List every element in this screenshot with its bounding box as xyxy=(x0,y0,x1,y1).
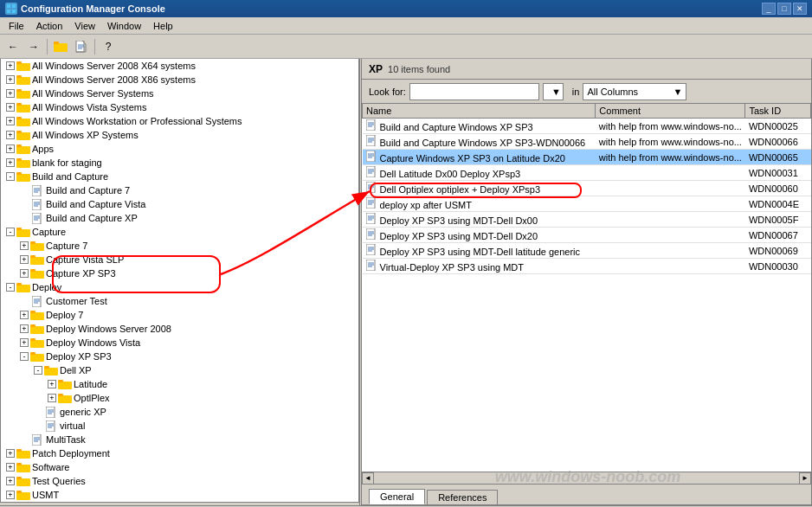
table-row[interactable]: Capture Windows XP SP3 on Latitude Dx20 … xyxy=(363,150,811,165)
tree-label: Apps xyxy=(32,144,54,154)
h-scroll-right[interactable]: ► xyxy=(799,472,811,485)
tree-expand[interactable]: + xyxy=(6,75,15,84)
tree-expand[interactable]: + xyxy=(6,89,15,98)
tree-item[interactable]: +Deploy Windows Vista xyxy=(1,336,358,350)
doc-button[interactable] xyxy=(72,37,91,56)
menu-view[interactable]: View xyxy=(69,19,100,33)
tree-item[interactable]: +All Windows Server Systems xyxy=(1,87,358,100)
col-comment[interactable]: Comment xyxy=(596,104,745,119)
tree-panel-inner[interactable]: +All Windows Server 2008 X64 systems+All… xyxy=(0,59,359,503)
close-button[interactable]: ✕ xyxy=(793,3,807,15)
tree-expand[interactable]: + xyxy=(6,117,15,125)
tree-item[interactable]: +Deploy 7 xyxy=(1,308,358,322)
table-row[interactable]: Deploy XP SP3 using MDT-Dell latitude ge… xyxy=(363,243,811,259)
col-taskid[interactable]: Task ID xyxy=(745,104,811,119)
tree-item[interactable]: Build and Capture XP xyxy=(1,211,358,225)
tree-expand[interactable]: + xyxy=(6,158,15,167)
tree-expand[interactable]: + xyxy=(6,103,15,112)
tree-item[interactable]: +Software xyxy=(1,460,358,474)
cell-comment xyxy=(596,228,745,243)
tree-expand[interactable]: + xyxy=(6,491,15,499)
tree-item[interactable]: +All Windows XP Systems xyxy=(1,128,358,142)
svg-rect-88 xyxy=(16,491,22,493)
tree-expand[interactable]: + xyxy=(48,380,56,388)
tree-expand[interactable]: + xyxy=(20,324,29,333)
tree-item[interactable]: +Latitude xyxy=(1,377,358,391)
tree-item[interactable]: +OptlPlex xyxy=(1,391,358,405)
columns-dropdown[interactable]: All Columns ▼ xyxy=(583,83,686,100)
table-row[interactable]: Build and Capture Windows XP SP3 with he… xyxy=(363,119,811,134)
tree-expand[interactable]: + xyxy=(20,241,29,250)
folder-icon xyxy=(16,157,30,169)
svg-rect-62 xyxy=(30,352,35,355)
minimize-button[interactable]: _ xyxy=(762,3,776,15)
tree-item[interactable]: generic XP xyxy=(1,405,358,419)
tree-expand[interactable]: + xyxy=(6,144,15,153)
tree-item[interactable]: MultiTask xyxy=(1,433,358,446)
tree-expand[interactable]: - xyxy=(6,283,15,292)
tree-item[interactable]: +Capture 7 xyxy=(1,239,358,253)
table-row[interactable]: Deploy XP SP3 using MDT-Dell Dx00 WDN000… xyxy=(363,212,811,228)
tree-expand[interactable]: - xyxy=(20,352,29,361)
table-row[interactable]: Dell Optiplex optiplex + Deploy XPsp3 WD… xyxy=(363,181,811,196)
tree-expand[interactable]: + xyxy=(20,311,29,319)
tab-general[interactable]: General xyxy=(369,489,425,504)
tree-item[interactable]: -Build and Capture xyxy=(1,170,358,183)
tree-expand[interactable]: + xyxy=(48,394,56,402)
back-button[interactable]: ← xyxy=(3,37,23,56)
tree-expand[interactable]: + xyxy=(6,131,15,139)
tree-item[interactable]: +blank for staging xyxy=(1,156,358,170)
tree-item[interactable]: Customer Test xyxy=(1,294,358,308)
tree-item[interactable]: +All Windows Server 2008 X86 systems xyxy=(1,73,358,87)
help-button[interactable]: ? xyxy=(99,37,118,56)
tree-item[interactable]: +All Windows Workstation or Professional… xyxy=(1,114,358,128)
tree-item[interactable]: Build and Capture Vista xyxy=(1,197,358,211)
tree-expand[interactable]: - xyxy=(6,228,15,236)
tree-expand[interactable]: + xyxy=(6,449,15,458)
tree-item[interactable]: -Deploy xyxy=(1,280,358,294)
tree-item[interactable]: +Patch Deployment xyxy=(1,446,358,460)
tree-label: All Windows XP Systems xyxy=(32,130,139,140)
tree-expand[interactable]: + xyxy=(6,61,15,70)
tab-references[interactable]: References xyxy=(427,490,498,504)
tree-item[interactable]: +Deploy Windows Server 2008 xyxy=(1,322,358,336)
tree-expand[interactable]: - xyxy=(6,172,15,181)
maximize-button[interactable]: □ xyxy=(777,3,791,15)
menu-window[interactable]: Window xyxy=(102,19,146,33)
tree-item[interactable]: -Capture xyxy=(1,225,358,239)
tree-item[interactable]: -Deploy XP SP3 xyxy=(1,350,358,363)
svg-rect-55 xyxy=(30,312,44,320)
menu-help[interactable]: Help xyxy=(148,19,178,33)
menu-file[interactable]: File xyxy=(3,19,29,33)
tree-expand[interactable]: + xyxy=(6,477,15,485)
tree-item[interactable]: Build and Capture 7 xyxy=(1,183,358,197)
cell-name: Dell Optiplex optiplex + Deploy XPsp3 xyxy=(363,181,596,196)
table-row[interactable]: Virtual-Deploy XP SP3 using MDT WDN00030 xyxy=(363,259,811,274)
table-row[interactable]: deploy xp after USMT WDN0004E xyxy=(363,196,811,212)
col-name[interactable]: Name xyxy=(363,104,596,119)
tree-expand[interactable]: + xyxy=(20,338,29,347)
folder-button[interactable] xyxy=(51,37,70,56)
search-dropdown[interactable]: ▼ xyxy=(543,83,564,100)
tree-item[interactable]: +Capture XP SP3 xyxy=(1,266,358,280)
tree-item[interactable]: +USMT xyxy=(1,488,358,502)
main-content: +All Windows Server 2008 X64 systems+All… xyxy=(0,59,812,505)
tree-item[interactable]: +Apps xyxy=(1,142,358,156)
h-scroll-left[interactable]: ◄ xyxy=(362,472,374,485)
search-input[interactable] xyxy=(409,83,539,100)
menu-action[interactable]: Action xyxy=(31,19,68,33)
tree-item[interactable]: +Capture Vista SLP xyxy=(1,253,358,266)
tree-item[interactable]: virtual xyxy=(1,419,358,433)
tree-item[interactable]: +All Windows Vista Systems xyxy=(1,100,358,114)
tree-expand[interactable]: + xyxy=(6,463,15,472)
table-row[interactable]: Build and Capture Windows XP SP3-WDN0006… xyxy=(363,134,811,150)
tree-expand[interactable]: - xyxy=(34,366,42,375)
tree-expand[interactable]: + xyxy=(20,255,29,264)
tree-item[interactable]: -Dell XP xyxy=(1,363,358,377)
tree-item[interactable]: +All Windows Server 2008 X64 systems xyxy=(1,59,358,73)
table-row[interactable]: Dell Latitude Dx00 Deploy XPsp3 WDN00031 xyxy=(363,165,811,181)
table-row[interactable]: Deploy XP SP3 using MDT-Dell Dx20 WDN000… xyxy=(363,228,811,243)
forward-button[interactable]: → xyxy=(24,37,43,56)
tree-expand[interactable]: + xyxy=(20,269,29,278)
tree-item[interactable]: +Test Queries xyxy=(1,474,358,488)
